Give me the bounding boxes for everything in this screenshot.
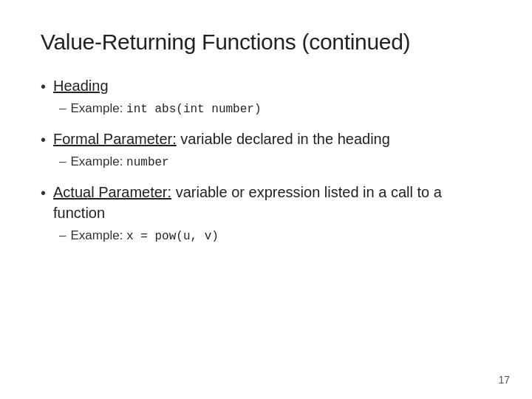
bullet-content-1: Heading – Example: int abs(int number) [53, 75, 491, 118]
sub-dash-2: – [59, 152, 66, 171]
bullet-main-1: Heading [53, 75, 491, 96]
code-3: x = pow(u, v) [126, 230, 219, 243]
sub-item-2: – Example: number [59, 152, 491, 171]
code-2: number [126, 156, 169, 169]
slide: Value-Returning Functions (continued) • … [0, 0, 532, 399]
bullet-content-2: Formal Parameter: variable declared in t… [53, 129, 491, 171]
sub-dash-1: – [59, 99, 66, 118]
formal-suffix: variable declared in the heading [177, 131, 390, 147]
page-number: 17 [498, 374, 510, 386]
sub-text-2: Example: number [70, 152, 168, 171]
formal-label: Formal Parameter: [53, 131, 177, 147]
content-area: • Heading – Example: int abs(int number) [41, 75, 491, 245]
bullet-main-3: Actual Parameter: variable or expression… [53, 182, 491, 223]
bullet-item-heading: • Heading – Example: int abs(int number) [41, 75, 491, 118]
code-1: int abs(int number) [126, 103, 261, 116]
sub-item-3: – Example: x = pow(u, v) [59, 226, 491, 245]
slide-title: Value-Returning Functions (continued) [41, 30, 491, 55]
heading-label: Heading [53, 78, 109, 94]
bullet-content-3: Actual Parameter: variable or expression… [53, 182, 491, 245]
bullet-item-actual: • Actual Parameter: variable or expressi… [41, 182, 491, 245]
sub-text-3: Example: x = pow(u, v) [70, 226, 218, 245]
bullet-dot-2: • [41, 129, 46, 150]
bullet-dot-3: • [41, 183, 46, 203]
sub-dash-3: – [59, 226, 66, 245]
bullet-dot-1: • [41, 76, 46, 97]
sub-item-1: – Example: int abs(int number) [59, 99, 491, 118]
sub-text-1: Example: int abs(int number) [70, 99, 261, 118]
actual-label: Actual Parameter: [53, 184, 171, 200]
bullet-main-2: Formal Parameter: variable declared in t… [53, 129, 491, 149]
bullet-item-formal: • Formal Parameter: variable declared in… [41, 129, 491, 171]
